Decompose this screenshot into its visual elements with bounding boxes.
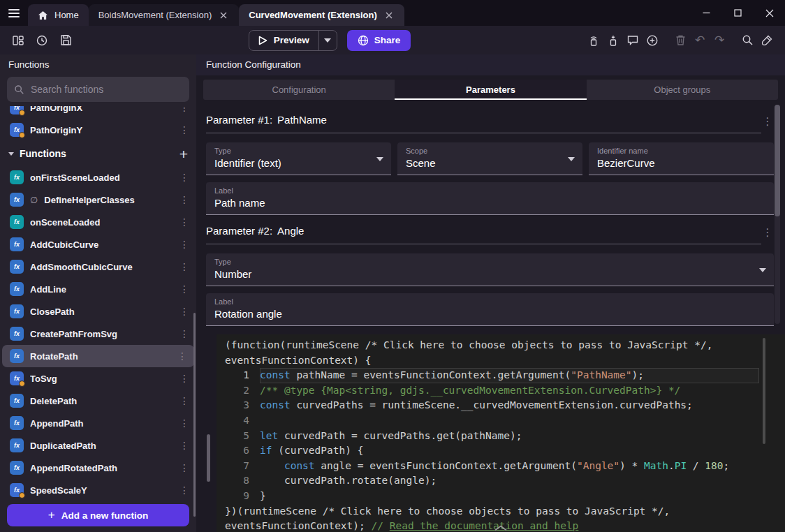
documentation-link[interactable]: Read the documentation and help — [390, 520, 579, 531]
item-menu-icon[interactable]: ⋮ — [178, 328, 191, 339]
item-menu-icon[interactable]: ⋮ — [178, 462, 191, 473]
item-menu-icon[interactable]: ⋮ — [178, 124, 191, 135]
redo-icon[interactable]: ↷ — [710, 31, 729, 50]
theme-brush-icon[interactable] — [757, 31, 777, 50]
function-item-addsmoothcubiccurve[interactable]: fxAddSmoothCubicCurve⋮ — [0, 256, 196, 278]
history-icon[interactable] — [32, 31, 52, 50]
search-functions-input[interactable] — [31, 84, 182, 95]
code-line-3[interactable]: 3const curvedPaths = runtimeScene.__curv… — [217, 398, 785, 413]
code-line-6[interactable]: 6if (curvedPath) { — [217, 443, 785, 459]
code-line-5[interactable]: 5let curvedPath = curvedPaths.get(pathNa… — [217, 429, 785, 444]
feedback-icon[interactable] — [623, 31, 643, 50]
preview-options-button[interactable] — [318, 31, 337, 50]
function-item-rotatepath[interactable]: fxRotatePath⋮ — [2, 345, 194, 367]
search-toolbar-icon[interactable] — [738, 31, 757, 50]
function-label: AppendPath — [30, 418, 172, 429]
preview-button-main[interactable]: Preview — [249, 31, 318, 50]
sidebar-scrollbar[interactable] — [193, 313, 196, 517]
add-function-icon[interactable]: + — [179, 147, 188, 161]
parameter-name-input[interactable]: Angle — [277, 225, 304, 237]
javascript-code-editor[interactable]: (function(runtimeScene /* Click here to … — [217, 334, 785, 532]
function-item-appendpath[interactable]: fxAppendPath⋮ — [0, 412, 196, 434]
parameters-scrollbar-track[interactable] — [775, 105, 780, 324]
function-item-onfirstsceneloaded[interactable]: fxonFirstSceneLoaded⋮ — [0, 166, 196, 189]
param1-scope-select[interactable]: Scope Scene — [397, 142, 582, 175]
parameter-name-input[interactable]: PathName — [277, 114, 327, 126]
function-item-onsceneloaded[interactable]: fxonSceneLoaded⋮ — [0, 211, 196, 233]
functions-section-header[interactable]: Functions + — [0, 141, 196, 166]
param1-identifier-input[interactable]: Identifier name BezierCurve — [589, 142, 774, 175]
function-action-icon: fx — [10, 394, 24, 408]
search-functions-box[interactable] — [7, 77, 189, 102]
parameter-menu-icon[interactable]: ⋮ — [761, 226, 774, 244]
function-item-speedscaley[interactable]: fxSpeedScaleY⋮ — [0, 479, 196, 501]
close-tab-icon[interactable] — [218, 10, 229, 21]
code-line-2[interactable]: 2/** @type {Map<string, gdjs.__curvedMov… — [217, 383, 785, 399]
chevron-down-icon — [759, 268, 766, 272]
item-menu-icon[interactable]: ⋮ — [178, 306, 191, 317]
function-item-appendrotatedpath[interactable]: fxAppendRotatedPath⋮ — [0, 457, 196, 479]
function-item-pathoriginy[interactable]: fxPathOriginY⋮ — [0, 119, 196, 141]
param2-type-select[interactable]: Type Number — [206, 253, 774, 286]
remote-debug-icon[interactable] — [603, 31, 623, 50]
item-menu-icon[interactable]: ⋮ — [178, 172, 191, 183]
code-scrollbar[interactable] — [763, 338, 765, 444]
code-line-7[interactable]: 7 const angle = eventsFunctionContext.ge… — [217, 459, 785, 474]
item-menu-icon[interactable]: ⋮ — [178, 395, 191, 406]
tab-home[interactable]: Home — [28, 4, 89, 26]
parameter-menu-icon[interactable]: ⋮ — [761, 115, 774, 133]
trash-icon[interactable] — [670, 31, 690, 50]
function-item-deletepath[interactable]: fxDeletePath⋮ — [0, 390, 196, 412]
item-menu-icon[interactable]: ⋮ — [178, 239, 191, 250]
save-icon[interactable] — [56, 31, 75, 50]
maximize-button[interactable] — [722, 0, 754, 26]
plus-circle-icon[interactable] — [643, 31, 662, 50]
close-window-button[interactable] — [754, 0, 785, 26]
minimize-button[interactable] — [691, 0, 722, 26]
function-item-pathoriginx[interactable]: fxPathOriginX⋮ — [0, 106, 196, 119]
function-item-definehelperclasses[interactable]: fx∅DefineHelperClasses⋮ — [0, 189, 196, 211]
function-item-closepath[interactable]: fxClosePath⋮ — [0, 300, 196, 323]
item-menu-icon[interactable]: ⋮ — [178, 418, 191, 429]
network-preview-icon[interactable] — [584, 31, 603, 50]
function-item-tosvg[interactable]: fxToSvg⋮ — [0, 367, 196, 390]
param1-type-select[interactable]: Type Identifier (text) — [206, 142, 391, 175]
param2-label-input[interactable]: Label Rotation angle — [206, 293, 774, 326]
close-tab-icon[interactable] — [383, 10, 395, 21]
code-line-9[interactable]: 9} — [217, 489, 785, 504]
project-manager-icon[interactable] — [8, 31, 28, 50]
collapse-section-icon[interactable] — [8, 152, 14, 156]
share-label: Share — [374, 35, 401, 45]
item-menu-icon[interactable]: ⋮ — [178, 216, 191, 228]
item-menu-icon[interactable]: ⋮ — [178, 261, 191, 272]
panel-resize-handle[interactable] — [207, 434, 210, 482]
item-menu-icon[interactable]: ⋮ — [178, 194, 191, 205]
item-menu-icon[interactable]: ⋮ — [176, 350, 189, 362]
item-menu-icon[interactable]: ⋮ — [178, 440, 191, 451]
item-menu-icon[interactable]: ⋮ — [178, 106, 191, 113]
preview-button[interactable]: Preview — [249, 30, 337, 51]
field-label: Label — [214, 186, 765, 195]
function-item-duplicatedpath[interactable]: fxDuplicatedPath⋮ — [0, 434, 196, 457]
chevron-up-icon[interactable] — [494, 525, 508, 531]
code-line-8[interactable]: 8 curvedPath.rotate(angle); — [217, 473, 785, 489]
function-item-createpathfromsvg[interactable]: fxCreatePathFromSvg⋮ — [0, 323, 196, 345]
function-item-addcubiccurve[interactable]: fxAddCubicCurve⋮ — [0, 233, 196, 256]
item-menu-icon[interactable]: ⋮ — [178, 283, 191, 295]
item-menu-icon[interactable]: ⋮ — [178, 373, 191, 384]
code-line-4[interactable]: 4 — [217, 413, 785, 429]
tab-curvedmovement[interactable]: CurvedMovement (Extension) — [239, 4, 404, 26]
function-item-addline[interactable]: fxAddLine⋮ — [0, 278, 196, 300]
tab-configuration[interactable]: Configuration — [203, 80, 395, 100]
main-menu-button[interactable] — [0, 0, 28, 26]
tab-object-groups[interactable]: Object groups — [587, 80, 778, 100]
tab-parameters[interactable]: Parameters — [395, 80, 586, 100]
param1-label-input[interactable]: Label Path name — [206, 182, 774, 215]
add-new-function-button[interactable]: + Add a new function — [7, 504, 189, 526]
share-button[interactable]: Share — [347, 30, 411, 51]
parameters-scrollbar-thumb[interactable] — [775, 105, 780, 216]
item-menu-icon[interactable]: ⋮ — [178, 485, 191, 496]
undo-icon[interactable]: ↶ — [690, 31, 710, 50]
code-line-1[interactable]: 1const pathName = eventsFunctionContext.… — [217, 368, 785, 383]
tab-boidsmovement[interactable]: BoidsMovement (Extension) — [89, 4, 240, 26]
